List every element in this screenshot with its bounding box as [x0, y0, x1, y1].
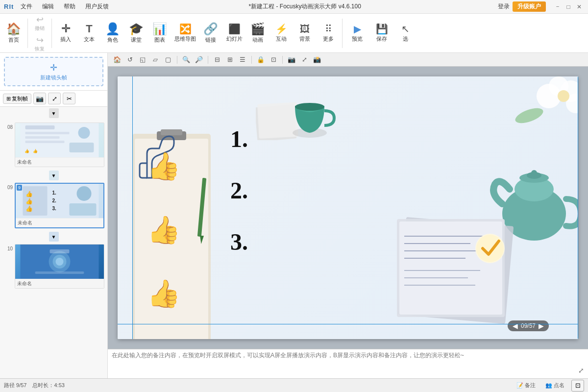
canvas-frame1-button[interactable]: ◱	[137, 54, 148, 65]
toolbar-interact[interactable]: ⚡ 互动	[270, 22, 293, 45]
duration-info: 总时长：4:53	[32, 382, 64, 389]
minimize-button[interactable]: －	[553, 2, 563, 12]
insert-icon: ✛	[61, 24, 70, 34]
slide-thumb-wrap-08[interactable]: 👍 👍 未命名	[15, 122, 104, 167]
canvas-frame2-button[interactable]: ▱	[150, 54, 161, 65]
upgrade-button[interactable]: 升级账户	[513, 1, 546, 12]
maximize-button[interactable]: □	[564, 2, 573, 12]
page-counter: ◀ 09/57 ▶	[508, 320, 549, 331]
statusbar-expand-button[interactable]: ⊡	[571, 380, 584, 392]
bg-icon: 🖼	[300, 24, 310, 34]
svg-rect-4	[25, 141, 65, 143]
svg-text:👍: 👍	[25, 197, 33, 205]
camera-button[interactable]: 📷	[33, 93, 46, 104]
canvas-lock-button[interactable]: 🔒	[255, 54, 266, 65]
canvas-screenshot-button[interactable]: 📸	[312, 54, 322, 65]
select-icon: ↖	[401, 24, 410, 34]
toolbar-select[interactable]: ↖ 选	[393, 22, 417, 45]
main-canvas[interactable]: 👍 👍 👍	[108, 67, 588, 349]
menubar-file[interactable]: 文件	[18, 2, 35, 11]
toolbar-insert[interactable]: ✛ 插入	[54, 22, 77, 45]
collapse-arrow-08[interactable]: ▼	[49, 171, 59, 180]
slide-list[interactable]: 08 👍 👍	[0, 120, 107, 378]
toolbar-bg[interactable]: 🖼 背景	[293, 22, 317, 45]
toolbar-more[interactable]: ⠿ 更多	[317, 22, 340, 45]
canvas-area: 🏠 ↺ ◱ ▱ ▢ 🔍 🔎 ⊟ ⊞ ☰ 🔒 ⊡ 📷 ⤢ 📸	[108, 53, 588, 378]
list-item-1: 1.	[230, 125, 248, 152]
slide-title-08: 未命名	[15, 157, 104, 167]
canvas-tool-1[interactable]: ⊟	[212, 54, 222, 65]
slide-content[interactable]: 👍 👍 👍	[118, 76, 578, 339]
canvas-tool-3[interactable]: ☰	[237, 54, 248, 65]
svg-point-48	[531, 170, 537, 176]
canvas-camera-button[interactable]: 📷	[286, 54, 297, 65]
save-icon: 💾	[376, 24, 388, 34]
zoom-out-button[interactable]: 🔎	[194, 54, 204, 65]
toolbar-chart[interactable]: 📊 图表	[148, 21, 172, 46]
toolbar-preview[interactable]: ▶ 预览	[344, 22, 370, 45]
notes-expand-button[interactable]: ⤢	[578, 367, 584, 374]
copy-frame-button[interactable]: ⊞ 复制帧	[3, 94, 31, 104]
collapse-arrow-button[interactable]: ▼	[49, 108, 59, 118]
slide-item-08[interactable]: 08 👍 👍	[2, 122, 105, 168]
toolbar-role[interactable]: 👤 角色	[101, 21, 124, 46]
canvas-expand-button[interactable]: ⊡	[268, 54, 279, 65]
toolbar-link[interactable]: 🔗 链接	[199, 21, 222, 46]
toolbar-mindmap[interactable]: 🔀 思维导图	[172, 22, 199, 45]
canvas-toolbar: 🏠 ↺ ◱ ▱ ▢ 🔍 🔎 ⊟ ⊞ ☰ 🔒 ⊡ 📷 ⤢ 📸	[108, 53, 588, 67]
close-button[interactable]: ✕	[574, 2, 584, 12]
interact-label: 互动	[276, 35, 287, 43]
collapse-row-top: ▼	[0, 107, 107, 120]
new-frame-button[interactable]: ✛ 新建镜头帧	[4, 57, 103, 86]
text-label: 文本	[84, 36, 95, 43]
toolbar-slide[interactable]: ⬛ 幻灯片	[222, 22, 246, 45]
slide-thumb-wrap-10[interactable]: 未命名	[15, 244, 104, 289]
toolbar-undo[interactable]: ↩ 撤销	[30, 13, 49, 33]
toolbar-home[interactable]: 🏠 首页	[2, 21, 25, 46]
canvas-resize-button[interactable]: ⤢	[299, 54, 310, 65]
toolbar-anim[interactable]: 🎬 动画	[246, 21, 270, 46]
frame-badge-09: 9	[17, 185, 22, 191]
slide-thumb-wrap-09[interactable]: 9 👍 👍 👍 1. 2. 3.	[15, 183, 104, 228]
slide-number-08: 08	[3, 122, 13, 130]
slide-thumb-09: 9 👍 👍 👍 1. 2. 3.	[16, 184, 103, 218]
toolbar-text[interactable]: T 文本	[77, 22, 101, 45]
checklist-svg	[392, 217, 529, 324]
toolbar-class[interactable]: 🎓 课堂	[124, 21, 148, 46]
list-item-2: 2.	[230, 177, 248, 204]
canvas-tool-2[interactable]: ⊞	[224, 54, 235, 65]
toolbar-redo[interactable]: ↪ 恢复	[30, 34, 49, 53]
collapse-row-08: ▼	[2, 169, 105, 182]
menubar-help[interactable]: 帮助	[61, 2, 78, 11]
canvas-rotate-button[interactable]: ↺	[124, 54, 135, 65]
slide-item-10[interactable]: 10	[2, 243, 105, 290]
slide-preview-10	[15, 245, 104, 279]
svg-point-33	[558, 90, 569, 102]
zoom-in-button[interactable]: 🔍	[181, 54, 192, 65]
rollcall-icon: 👥	[545, 382, 552, 389]
rollcall-button[interactable]: 👥 点名	[542, 381, 567, 390]
role-label: 角色	[107, 36, 118, 44]
canvas-home-button[interactable]: 🏠	[112, 54, 122, 65]
more-icon: ⠿	[325, 24, 332, 34]
menubar-edit[interactable]: 编辑	[39, 2, 57, 11]
notes-input[interactable]	[112, 351, 584, 376]
page-next-button[interactable]: ▶	[539, 322, 544, 330]
cut-button[interactable]: ✂	[63, 93, 75, 104]
slide-item-09[interactable]: 09 9 👍 👍 👍 1. 2. 3.	[2, 182, 105, 229]
text-icon: T	[86, 24, 92, 34]
canvas-frame3-button[interactable]: ▢	[163, 54, 173, 65]
toolbar-save[interactable]: 💾 保存	[370, 22, 393, 45]
expand-button[interactable]: ⤢	[48, 93, 61, 104]
menubar-feedback[interactable]: 用户反馈	[82, 2, 112, 11]
toolbar-divider-2	[51, 19, 52, 48]
svg-point-5	[78, 127, 90, 139]
svg-point-60	[476, 235, 504, 262]
login-button[interactable]: 登录	[498, 2, 510, 11]
copy-icon: ⊞	[6, 96, 11, 102]
coffee-cup-svg	[256, 76, 354, 140]
page-prev-button[interactable]: ◀	[513, 322, 518, 330]
collapse-arrow-09[interactable]: ▼	[49, 232, 59, 242]
main-toolbar: 🏠 首页 ↩ 撤销 ↪ 恢复 ✛ 插入 T 文本 👤 角色 🎓 课堂 📊 图表	[0, 14, 588, 53]
notes-button[interactable]: 📝 备注	[514, 381, 539, 390]
